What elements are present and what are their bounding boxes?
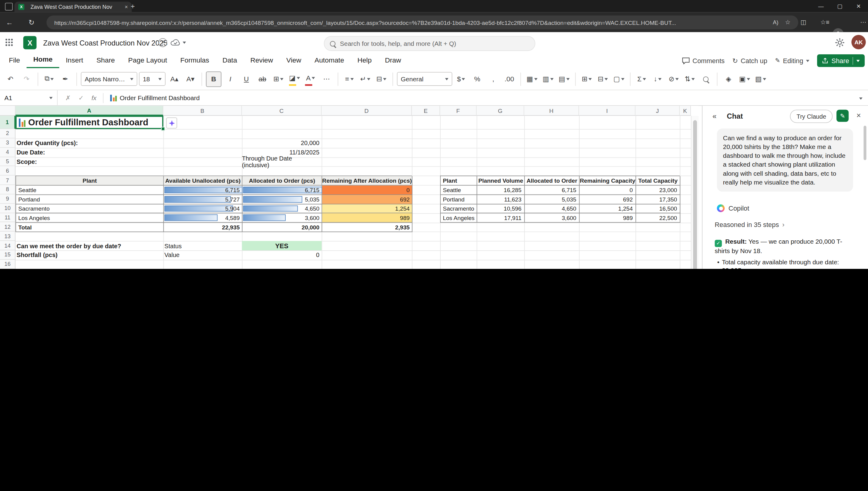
column-header-A[interactable]: A (16, 106, 163, 116)
total-allocated-cell[interactable]: 20,000 (242, 223, 322, 232)
close-window-button[interactable]: ✕ (849, 0, 868, 12)
menu-tab-help[interactable]: Help (351, 53, 378, 68)
row-header-14[interactable]: 14 (0, 241, 16, 250)
allocation-header[interactable]: Plant (16, 176, 164, 185)
total-remaining-cell[interactable]: 2,935 (322, 223, 412, 232)
capacity-value-cell[interactable]: 1,254 (580, 204, 636, 214)
editing-mode-button[interactable]: ✎ Editing (775, 57, 809, 65)
allocated-cell[interactable]: 3,600 (242, 213, 322, 223)
plant-cell[interactable]: Los Angeles (16, 213, 164, 223)
cell-copilot-button[interactable] (166, 117, 178, 129)
column-header-C[interactable]: C (242, 106, 322, 116)
available-cell[interactable]: 4,589 (164, 213, 242, 223)
allocated-cell[interactable]: 6,715 (242, 185, 322, 195)
formula-content[interactable]: Order Fulfillment Dashboard (120, 94, 200, 101)
column-header-K[interactable]: K (680, 106, 691, 116)
row-header-5[interactable]: 5 (0, 157, 16, 167)
try-claude-button[interactable]: Try Claude (790, 110, 833, 123)
decimal-button[interactable]: .00 (502, 71, 517, 86)
row-header-12[interactable]: 12 (0, 223, 16, 232)
column-header-I[interactable]: I (579, 106, 636, 116)
row-header-4[interactable]: 4 (0, 148, 16, 157)
delete-cells-button[interactable]: ⊟ (596, 71, 610, 86)
allocation-header[interactable]: Allocated to Order (pcs) (242, 176, 322, 185)
capacity-header[interactable]: Allocated to Order (525, 176, 580, 185)
allocation-header[interactable]: Available Unallocated (pcs) (164, 176, 242, 185)
allocated-cell[interactable]: 4,650 (242, 204, 322, 214)
bookmark-icon[interactable]: ☆ (785, 19, 790, 26)
view-gallery-button[interactable]: ▧ (753, 71, 768, 86)
align-button[interactable]: ≡ (342, 71, 356, 86)
settings-gear-icon[interactable] (835, 38, 845, 48)
input-label[interactable]: Order Quantity (pcs): (17, 138, 78, 148)
strikethrough-button[interactable]: ab (255, 71, 269, 86)
save-status-caret-icon[interactable] (183, 41, 186, 44)
format-cells-button[interactable]: ▢ (612, 71, 626, 86)
capacity-value-cell[interactable]: 692 (580, 195, 636, 204)
available-cell[interactable]: 6,715 (164, 185, 242, 195)
menu-tab-page-layout[interactable]: Page Layout (122, 53, 174, 68)
fill-handle[interactable] (161, 127, 165, 131)
favorites-icon[interactable]: ☆≡ (820, 19, 830, 26)
remaining-cell[interactable]: 0 (322, 185, 412, 195)
menu-tab-home[interactable]: Home (27, 53, 59, 68)
cancel-entry-icon[interactable]: ✗ (65, 94, 71, 102)
select-all-corner[interactable] (0, 106, 16, 116)
clear-button[interactable]: ⊘ (666, 71, 681, 86)
row-header-13[interactable]: 13 (0, 232, 16, 241)
refresh-icon[interactable]: ↻ (24, 18, 38, 26)
dashboard-title-cell[interactable]: Order Fulfillment Dashboard (19, 117, 148, 128)
menu-tab-insert[interactable]: Insert (59, 53, 90, 68)
name-box[interactable]: A1 (0, 90, 58, 105)
status-value-cell[interactable]: YES (242, 241, 322, 250)
capacity-value-cell[interactable]: 16,285 (477, 185, 525, 195)
tab-close-icon[interactable]: × (125, 4, 128, 10)
column-header-J[interactable]: J (636, 106, 680, 116)
menu-tab-data[interactable]: Data (216, 53, 244, 68)
maximize-button[interactable]: ▢ (830, 0, 849, 12)
shortfall-label[interactable]: Shortfall (pcs) (17, 250, 58, 260)
spreadsheet-grid[interactable]: ABCDEFGHIJK 1234567891011121314151617181… (0, 106, 699, 269)
plant-cell[interactable]: Sacramento (441, 204, 477, 214)
column-header-E[interactable]: E (412, 106, 440, 116)
wrap-text-button[interactable]: ↵ (358, 71, 372, 86)
capacity-value-cell[interactable]: 11,623 (477, 195, 525, 204)
row-header-1[interactable]: 1 (0, 116, 16, 129)
menu-tab-view[interactable]: View (280, 53, 308, 68)
column-header-F[interactable]: F (440, 106, 476, 116)
italic-button[interactable]: I (223, 71, 238, 86)
capacity-value-cell[interactable]: 0 (580, 185, 636, 195)
allocation-header[interactable]: Remaining After Allocation (pcs) (322, 176, 412, 185)
column-header-G[interactable]: G (477, 106, 524, 116)
sort-filter-button[interactable]: ⇅ (683, 71, 697, 86)
question-label[interactable]: Can we meet the order by due date? (17, 241, 121, 250)
new-chat-button[interactable]: ✎ (836, 110, 848, 122)
catch-up-button[interactable]: ↻ Catch up (733, 57, 767, 65)
paste-button[interactable]: ⧉ (42, 71, 56, 86)
confirm-entry-icon[interactable]: ✓ (79, 94, 84, 102)
sensitivity-button[interactable]: ▣ (737, 71, 751, 86)
capacity-header[interactable]: Remaining Capacity (580, 176, 636, 185)
row-header-10[interactable]: 10 (0, 204, 16, 213)
cell-styles-button[interactable]: ▤ (557, 71, 571, 86)
input-value[interactable]: Through Due Date (inclusive) (242, 157, 322, 167)
format-painter-button[interactable]: ✒ (58, 71, 72, 86)
browser-more-icon[interactable]: ⋯ (860, 19, 866, 26)
capacity-header[interactable]: Plant (441, 176, 477, 185)
new-tab-button[interactable]: + (131, 2, 135, 10)
fill-color-button[interactable]: ◪ (287, 71, 302, 87)
capacity-value-cell[interactable]: 989 (580, 213, 636, 223)
read-aloud-icon[interactable]: A) (773, 20, 778, 26)
reasoning-toggle[interactable]: Reasoned in 35 steps › (715, 221, 784, 229)
plant-cell[interactable]: Los Angeles (441, 213, 477, 223)
account-avatar[interactable]: AK (851, 35, 866, 49)
capacity-value-cell[interactable]: 23,000 (636, 185, 680, 195)
bold-button[interactable]: B (206, 71, 221, 87)
merge-button[interactable]: ⊟ (374, 71, 389, 86)
chat-scrollbar-thumb[interactable] (863, 126, 866, 160)
url-field[interactable]: https://m365cpi10487598-my.sharepoint.co… (46, 16, 798, 29)
input-value[interactable]: 20,000 (242, 138, 322, 148)
plant-cell[interactable]: Portland (16, 195, 164, 204)
row-header-9[interactable]: 9 (0, 195, 16, 204)
plant-cell[interactable]: Seattle (16, 185, 164, 195)
